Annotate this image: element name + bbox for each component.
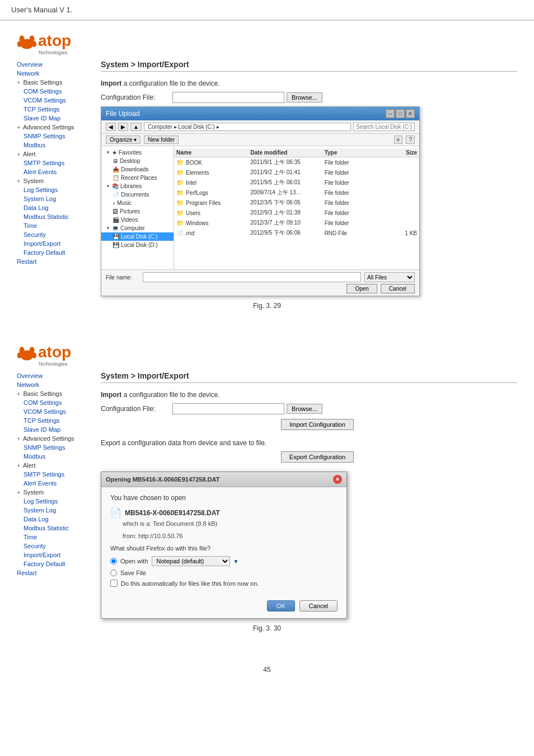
sidebar2-import-export[interactable]: Import/Export [17,550,95,559]
ff-other-link[interactable]: ▼ [233,558,239,564]
footer-filetype-select[interactable]: All Files [364,272,415,282]
sidebar2-com-settings[interactable]: COM Settings [17,398,95,407]
dialog-title-1: File Upload [106,110,140,118]
sidebar2-factory-default[interactable]: Factory Default [17,559,95,568]
tree-recent-places[interactable]: 📋 Recent Places [101,174,174,182]
dialog-restore-btn[interactable]: □ [396,109,405,118]
sidebar-com-settings[interactable]: COM Settings [17,87,95,96]
cancel-button-1[interactable]: Cancel [381,284,415,293]
sidebar-factory-default[interactable]: Factory Default [17,248,95,257]
sidebar-modbus[interactable]: Modbus [17,141,95,150]
sidebar-system-log[interactable]: System Log [17,194,95,203]
config-file-input[interactable] [172,92,284,103]
ff-cancel-btn[interactable]: Cancel [299,600,338,612]
sidebar2-restart[interactable]: Restart [17,568,95,577]
sidebar2-security[interactable]: Security [17,542,95,550]
file-row-intel[interactable]: 📁 Intel 2011/9/5 上午 06:01 File folder [174,178,419,188]
sidebar2-modbus-statistic[interactable]: Modbus Statistic [17,524,95,533]
sidebar-modbus-statistic[interactable]: Modbus Statistic [17,212,95,221]
dialog-titlebar-buttons: ─ □ ✕ [386,109,415,118]
sidebar2-smtp-settings[interactable]: SMTP Settings [17,470,95,479]
sidebar-snmp-settings[interactable]: SNMP Settings [17,132,95,141]
ff-auto-checkbox[interactable] [110,580,118,587]
sidebar-tcp-settings[interactable]: TCP Settings [17,105,95,114]
file-row-users[interactable]: 📁 Users 2012/9/3 上午 01:39 File folder [174,208,419,218]
ff-open-with-radio[interactable] [110,558,117,564]
sidebar2-alert-events[interactable]: Alert Events [17,479,95,488]
sidebar2-advanced-settings[interactable]: + Advanced Settings [17,434,95,443]
sidebar2-log-settings[interactable]: Log Settings [17,497,95,506]
dialog-close-btn[interactable]: ✕ [406,109,415,118]
sidebar-alert-events[interactable]: Alert Events [17,167,95,176]
sidebar-slave-id-map[interactable]: Slave ID Map [17,114,95,123]
logo-brand1: atop [38,32,71,50]
sidebar-basic-settings[interactable]: + Basic Settings [17,78,95,87]
dialog-minimize-btn[interactable]: ─ [386,109,395,118]
footer-filename-input[interactable] [143,272,361,282]
sidebar2-modbus[interactable]: Modbus [17,452,95,461]
tree-documents[interactable]: 📄 Documents [101,190,174,199]
browse-button-1[interactable]: Browse... [287,92,322,102]
ff-open-with-select[interactable]: Notepad (default) [152,556,230,566]
sidebar2-snmp-settings[interactable]: SNMP Settings [17,443,95,452]
sidebar2-overview[interactable]: Overview [17,371,95,380]
view-icon[interactable]: ≡ [394,136,403,144]
import-config-btn[interactable]: Import Configuration [281,419,354,430]
col-header-date: Date modified [250,150,324,156]
tree-downloads[interactable]: 📥 Downloads [101,165,174,174]
svg-point-8 [17,352,21,358]
sidebar-overview[interactable]: Overview [17,60,95,69]
organize-btn[interactable]: Organize ▾ [106,136,140,144]
back-btn[interactable]: ◀ [106,123,116,131]
up-btn[interactable]: ▲ [130,123,142,131]
file-row-book[interactable]: 📁 BOOK 2011/9/1 上午 06:35 File folder [174,157,419,167]
sidebar-log-settings[interactable]: Log Settings [17,185,95,194]
sidebar-security[interactable]: Security [17,230,95,239]
sidebar-import-export[interactable]: Import/Export [17,239,95,248]
sidebar-network[interactable]: Network [17,69,95,78]
sidebar-vcom-settings[interactable]: VCOM Settings [17,96,95,105]
file-row-perflogs[interactable]: 📁 PerfLogs 2009/7/14 上午 13… File folder [174,188,419,198]
tree-videos[interactable]: 🎬 Videos [101,216,174,224]
sidebar-restart[interactable]: Restart [17,257,95,266]
file-row-windows[interactable]: 📁 Windows 2012/3/7 上午 09:10 File folder [174,218,419,228]
ff-save-file-radio[interactable] [110,570,117,576]
search-input[interactable] [353,123,415,131]
help-icon[interactable]: ? [406,136,415,144]
sidebar2-data-log[interactable]: Data Log [17,515,95,524]
file-row-programfiles[interactable]: 📁 Program Files 2012/3/5 下午 06:05 File f… [174,198,419,208]
sidebar2-system-log[interactable]: System Log [17,506,95,515]
sidebar2-system[interactable]: + System [17,488,95,497]
sidebar2-slave-id-map[interactable]: Slave ID Map [17,425,95,434]
new-folder-btn[interactable]: New folder [144,136,179,144]
ff-ok-btn[interactable]: OK [267,600,295,612]
sidebar2-network[interactable]: Network [17,380,95,389]
sidebar-alert[interactable]: + Alert [17,150,95,158]
open-button[interactable]: Open [346,284,377,293]
config-file-input-2[interactable] [172,403,284,414]
export-config-btn[interactable]: Export Configuration [281,451,354,463]
ff-close-btn[interactable]: ✕ [333,475,342,484]
tree-pictures[interactable]: 🖼 Pictures [101,207,174,216]
tree-libraries[interactable]: ▼ 📚 Libraries [101,182,174,190]
sidebar-system[interactable]: + System [17,176,95,185]
sidebar2-vcom-settings[interactable]: VCOM Settings [17,407,95,416]
sidebar2-alert[interactable]: + Alert [17,461,95,470]
tree-desktop[interactable]: 🖥 Desktop [101,157,174,165]
sidebar-advanced-settings[interactable]: + Advanced Settings [17,123,95,132]
sidebar-smtp-settings[interactable]: SMTP Settings [17,158,95,167]
tree-music[interactable]: ♪ Music [101,199,174,207]
file-row-rnd[interactable]: 📄 .rnd 2012/9/5 下午 06:06 RND File 1 KB [174,228,419,238]
browse-button-2[interactable]: Browse... [287,404,322,414]
tree-computer[interactable]: ▼ 💻 Computer [101,224,174,232]
sidebar2-basic-settings[interactable]: + Basic Settings [17,389,95,398]
sidebar2-time[interactable]: Time [17,533,95,542]
forward-btn[interactable]: ▶ [118,123,128,131]
tree-favorites[interactable]: ▼ ★ Favorites [101,148,174,157]
sidebar-time[interactable]: Time [17,221,95,230]
tree-local-disk-c[interactable]: 💾 Local Disk (C:) [101,232,174,241]
sidebar-data-log[interactable]: Data Log [17,203,95,212]
tree-local-disk-d[interactable]: 💾 Local Disk (D:) [101,241,174,249]
sidebar2-tcp-settings[interactable]: TCP Settings [17,416,95,425]
file-row-elements[interactable]: 📁 Elements 2011/9/2 上午 01:41 File folder [174,167,419,178]
